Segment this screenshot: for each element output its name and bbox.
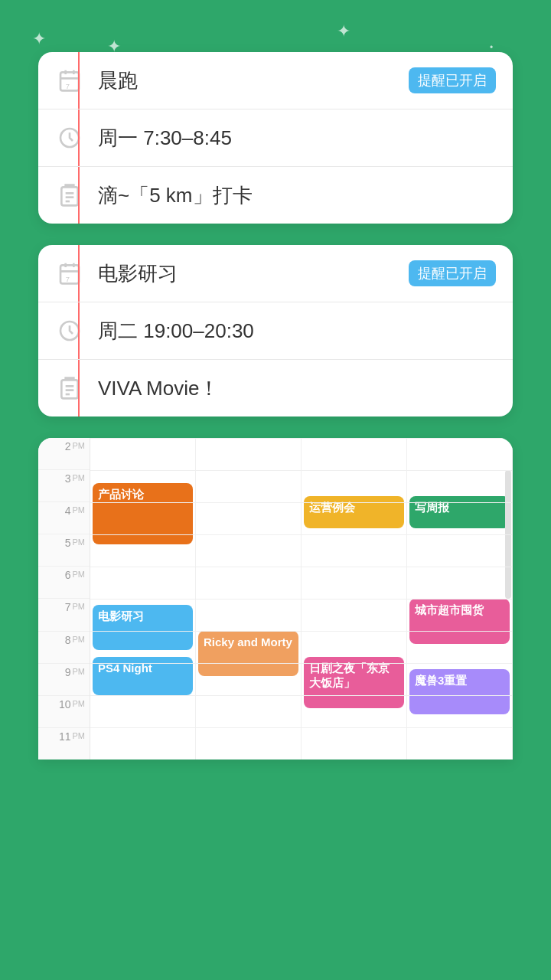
time-slot: 2PM bbox=[38, 438, 90, 470]
calendar-event[interactable]: 城市超市囤货 bbox=[409, 599, 510, 644]
svg-rect-0 bbox=[60, 72, 79, 90]
time-ampm: PM bbox=[73, 699, 86, 708]
card-morning-run: 7晨跑提醒已开启周一 7:30–8:45滴~「5 km」打卡 bbox=[38, 52, 513, 224]
card-row: 7电影研习提醒已开启 bbox=[38, 245, 513, 302]
calendar-section: 2PM3PM4PM5PM6PM7PM8PM9PM10PM11PM 产品讨论电影研… bbox=[38, 438, 513, 760]
calendar-event[interactable]: 魔兽3重置 bbox=[409, 669, 510, 714]
time-slot: 11PM bbox=[38, 728, 90, 760]
card-row: 周一 7:30–8:45 bbox=[38, 109, 513, 167]
svg-rect-16 bbox=[61, 380, 77, 398]
time-number: 5 bbox=[65, 537, 71, 548]
svg-rect-10 bbox=[60, 265, 79, 283]
clock-icon bbox=[55, 123, 84, 152]
cal-hline bbox=[90, 502, 513, 503]
calendar-event[interactable]: 写周报 bbox=[409, 496, 510, 528]
time-ampm: PM bbox=[73, 731, 86, 740]
time-slot: 8PM bbox=[38, 632, 90, 664]
calendar-event[interactable]: 日剧之夜「东京大饭店」 bbox=[304, 657, 404, 708]
card-text: 周二 19:00–20:30 bbox=[84, 318, 496, 345]
time-number: 9 bbox=[65, 667, 71, 678]
card-text: 晨跑 bbox=[84, 67, 409, 94]
time-ampm: PM bbox=[73, 602, 86, 611]
clipboard-icon bbox=[55, 181, 84, 210]
calendar-icon: 7 bbox=[55, 259, 84, 288]
card-text: 电影研习 bbox=[84, 260, 409, 287]
clipboard-icon bbox=[55, 374, 84, 403]
reminder-badge[interactable]: 提醒已开启 bbox=[409, 260, 496, 286]
card-text: VIVA Movie！ bbox=[84, 375, 496, 402]
time-slot: 7PM bbox=[38, 599, 90, 631]
clock-icon bbox=[55, 316, 84, 345]
time-number: 6 bbox=[65, 570, 71, 580]
card-movie-study: 7电影研习提醒已开启周二 19:00–20:30VIVA Movie！ bbox=[38, 245, 513, 416]
cards-container: 7晨跑提醒已开启周一 7:30–8:45滴~「5 km」打卡7电影研习提醒已开启… bbox=[0, 52, 551, 416]
header bbox=[0, 0, 551, 52]
card-row: 周二 19:00–20:30 bbox=[38, 302, 513, 360]
time-ampm: PM bbox=[73, 537, 86, 547]
calendar-event[interactable]: Ricky and Morty bbox=[198, 631, 298, 676]
time-number: 3 bbox=[65, 473, 71, 484]
time-number: 8 bbox=[65, 635, 71, 645]
cal-hline bbox=[90, 534, 513, 535]
cal-hline bbox=[90, 663, 513, 664]
svg-text:7: 7 bbox=[66, 276, 70, 283]
calendar-times: 2PM3PM4PM5PM6PM7PM8PM9PM10PM11PM bbox=[38, 438, 90, 760]
card-row: VIVA Movie！ bbox=[38, 360, 513, 416]
time-number: 7 bbox=[65, 602, 71, 612]
cal-hline bbox=[90, 567, 513, 567]
card-row: 7晨跑提醒已开启 bbox=[38, 52, 513, 109]
card-text: 滴~「5 km」打卡 bbox=[84, 182, 496, 209]
card-row: 滴~「5 km」打卡 bbox=[38, 167, 513, 224]
cal-hline bbox=[90, 695, 513, 696]
time-ampm: PM bbox=[73, 667, 86, 676]
time-number: 11 bbox=[59, 731, 71, 742]
card-text: 周一 7:30–8:45 bbox=[84, 125, 496, 152]
calendar-event[interactable]: 运营例会 bbox=[304, 496, 404, 528]
time-number: 10 bbox=[59, 699, 71, 710]
cal-hline bbox=[90, 727, 513, 728]
cal-hline bbox=[90, 470, 513, 471]
time-ampm: PM bbox=[73, 505, 86, 514]
reminder-badge[interactable]: 提醒已开启 bbox=[409, 67, 496, 93]
cal-hline bbox=[90, 438, 513, 439]
time-ampm: PM bbox=[73, 635, 86, 644]
calendar-icon: 7 bbox=[55, 66, 84, 95]
calendar-event[interactable]: 电影研习 bbox=[93, 605, 193, 650]
svg-text:7: 7 bbox=[66, 83, 70, 90]
time-slot: 9PM bbox=[38, 664, 90, 696]
time-number: 2 bbox=[65, 441, 71, 452]
cal-hline bbox=[90, 631, 513, 632]
time-slot: 3PM bbox=[38, 470, 90, 502]
time-slot: 4PM bbox=[38, 502, 90, 534]
time-number: 4 bbox=[65, 505, 71, 516]
calendar-body: 产品讨论电影研习PS4 Night Ricky and Morty 运营例会日剧… bbox=[90, 438, 513, 760]
cal-hline bbox=[90, 599, 513, 599]
time-ampm: PM bbox=[73, 473, 86, 482]
time-ampm: PM bbox=[73, 441, 86, 450]
time-slot: 6PM bbox=[38, 567, 90, 599]
time-slot: 5PM bbox=[38, 534, 90, 567]
time-slot: 10PM bbox=[38, 696, 90, 728]
time-ampm: PM bbox=[73, 570, 86, 579]
